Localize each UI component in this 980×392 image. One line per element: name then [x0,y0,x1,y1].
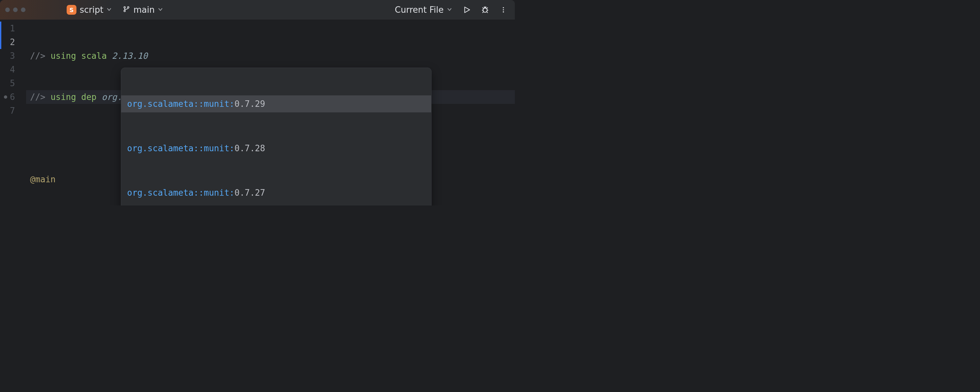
code-area[interactable]: //> using scala 2.13.10 //> using dep or… [26,20,515,206]
file-dropdown[interactable]: S script [64,3,115,16]
branch-dropdown[interactable]: main [120,3,165,16]
line-number: 5 [0,76,26,90]
branch-icon [123,5,130,15]
breakpoint-gutter-icon[interactable] [4,96,7,99]
more-menu-button[interactable] [497,3,510,16]
window-controls [5,8,25,12]
code-line: //> using scala 2.13.10 [26,49,515,63]
chevron-down-icon [447,6,452,14]
debug-button[interactable] [479,3,491,16]
file-label: script [80,5,103,15]
gutter: 1 2 3 4 5 6 7 [0,20,26,206]
scala-file-icon: S [67,5,76,15]
line-number: 4 [0,63,26,76]
completion-item[interactable]: org.scalameta::munit:0.7.29 [121,96,431,112]
line-number: 2 [0,35,26,49]
completion-item[interactable]: org.scalameta::munit:0.7.27 [121,184,431,201]
completion-popup: org.scalameta::munit:0.7.29 org.scalamet… [121,68,431,206]
run-config-label: Current File [395,5,444,15]
window-zoom-dot[interactable] [21,8,25,12]
branch-label: main [133,5,154,15]
window-minimize-dot[interactable] [13,8,18,12]
completion-item[interactable]: org.scalameta::munit:0.7.28 [121,140,431,157]
run-button[interactable] [461,3,473,16]
chevron-down-icon [107,6,112,14]
line-number: 7 [0,104,26,118]
line-number: 3 [0,49,26,63]
window-close-dot[interactable] [5,8,10,12]
line-number: 6 [0,90,26,104]
code-editor[interactable]: 1 2 3 4 5 6 7 //> using scala 2.13.10 //… [0,20,515,206]
toolbar: S script main Current File [0,0,515,20]
line-number: 1 [0,22,26,35]
run-config-dropdown[interactable]: Current File [392,3,455,16]
svg-point-6 [503,11,504,13]
chevron-down-icon [158,6,163,14]
svg-point-4 [503,7,504,8]
svg-point-5 [503,9,504,10]
